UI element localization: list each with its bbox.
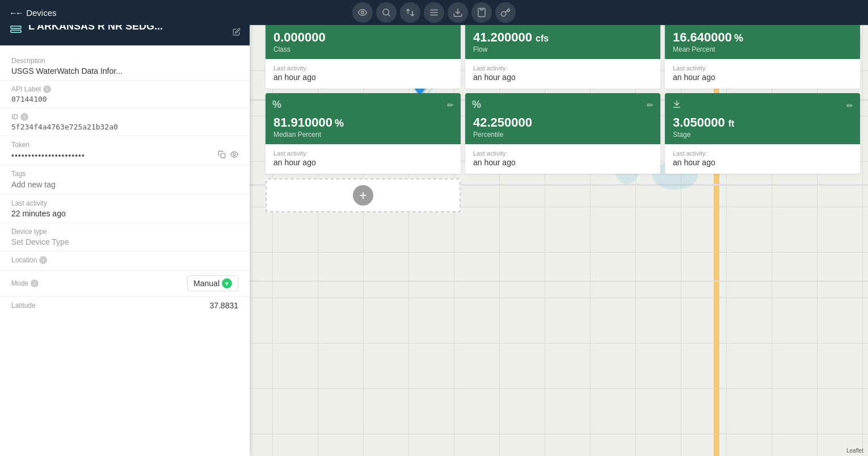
svg-point-1: [383, 9, 389, 15]
topbar: ← ← Devices: [0, 0, 868, 25]
svg-rect-17: [221, 153, 225, 158]
panel-edit-icon[interactable]: [233, 28, 241, 37]
latitude-row: Latitude 37.8831: [11, 301, 238, 310]
last-activity-label: Last activity: [11, 199, 238, 207]
token-row: ••••••••••••••••••••••: [11, 150, 238, 160]
card-mean-value: 16.640000%: [673, 31, 852, 44]
card-flow-value: 41.200000cfs: [473, 31, 652, 44]
location-label: Location i: [11, 256, 238, 264]
card-header-icons-5: % ✏: [472, 99, 654, 111]
visibility-icon[interactable]: [352, 2, 373, 23]
last-activity-field: Last activity 22 minutes ago: [0, 195, 250, 223]
card-class-activity-label: Last activity:: [273, 65, 453, 72]
mode-select[interactable]: Manual ▾: [187, 275, 238, 291]
side-panel: L ARKANSAS R NR SEDG... Description USGS…: [0, 0, 250, 456]
card-stage-footer: Last activity: an hour ago: [665, 144, 860, 174]
card-percentile-value: 42.250000: [473, 116, 652, 129]
cards-area: ✏ 0.000000 Class Last activity: an hour …: [266, 8, 860, 212]
card-flow-activity-label: Last activity:: [473, 65, 652, 72]
back-button[interactable]: ← ← Devices: [9, 8, 57, 18]
svg-point-0: [361, 11, 364, 14]
location-field: Location i: [0, 252, 250, 271]
card-class-name: Class: [273, 45, 453, 53]
add-card: +: [266, 178, 461, 212]
card-mean-footer: Last activity: an hour ago: [665, 59, 860, 89]
id-label: ID i: [11, 113, 238, 121]
percent-icon-4: %: [272, 99, 281, 111]
card-edit-icon-4[interactable]: ✏: [447, 101, 454, 110]
card-stage: ✏ 3.050000ft Stage Last activity: an hou…: [665, 93, 860, 174]
svg-rect-15: [11, 26, 21, 28]
last-activity-value: 22 minutes ago: [11, 209, 238, 218]
card-header-icons-6: ✏: [672, 99, 853, 112]
card-mean-name: Mean Percent: [673, 45, 852, 53]
card-percentile-name: Percentile: [473, 131, 652, 139]
api-label-value: 07144100: [11, 95, 238, 103]
svg-rect-16: [11, 30, 21, 32]
mode-value: Manual: [193, 279, 220, 288]
svg-line-2: [388, 14, 390, 16]
device-type-value[interactable]: Set Device Type: [11, 237, 238, 246]
mode-row: Mode i Manual ▾: [11, 275, 238, 291]
list-icon[interactable]: [424, 2, 444, 23]
card-median-activity-label: Last activity:: [273, 150, 453, 157]
card-median-activity-value: an hour ago: [273, 158, 453, 167]
token-label: Token: [11, 141, 238, 149]
card-median-name: Median Percent: [273, 131, 453, 139]
card-percentile: % ✏ 42.250000 Percentile Last activity: …: [465, 93, 660, 174]
latitude-label: Latitude: [11, 302, 36, 309]
api-label-label: API Label i: [11, 85, 238, 93]
card-flow-activity-value: an hour ago: [473, 73, 652, 82]
add-card-button[interactable]: +: [353, 185, 373, 206]
svg-point-18: [233, 153, 235, 156]
card-edit-icon-5[interactable]: ✏: [647, 101, 654, 110]
card-edit-icon-6[interactable]: ✏: [846, 101, 853, 110]
panel-body: Description USGS WaterWatch Data Infor..…: [0, 45, 250, 321]
show-token-icon[interactable]: [230, 150, 238, 160]
latitude-field: Latitude 37.8831: [0, 296, 250, 315]
download-icon[interactable]: [448, 2, 468, 23]
page-title: ← Devices: [15, 8, 57, 18]
card-stage-name: Stage: [673, 131, 852, 139]
transfer-icon[interactable]: [400, 2, 420, 23]
token-field: Token ••••••••••••••••••••••: [0, 136, 250, 165]
wave-stage-icon: [672, 99, 682, 112]
location-info-icon: i: [39, 256, 47, 264]
card-median-header: % ✏ 81.910000% Median Percent: [266, 93, 461, 144]
search-icon[interactable]: [376, 2, 397, 23]
description-field: Description USGS WaterWatch Data Infor..…: [0, 52, 250, 81]
copy-token-icon[interactable]: [218, 150, 226, 160]
card-stage-activity-value: an hour ago: [673, 158, 852, 167]
card-class-value: 0.000000: [273, 31, 453, 44]
mode-info-icon: i: [31, 279, 39, 287]
percent-icon-5: %: [472, 99, 481, 111]
card-class-footer: Last activity: an hour ago: [266, 59, 461, 89]
card-mean-activity-label: Last activity:: [673, 65, 852, 72]
card-percentile-activity-value: an hour ago: [473, 158, 652, 167]
mode-field: Mode i Manual ▾: [0, 271, 250, 296]
card-percentile-activity-label: Last activity:: [473, 150, 652, 157]
card-flow-footer: Last activity: an hour ago: [465, 59, 660, 89]
key-icon[interactable]: [495, 2, 516, 23]
clipboard-icon[interactable]: [471, 2, 492, 23]
card-class-activity-value: an hour ago: [273, 73, 453, 82]
tags-input[interactable]: [11, 180, 238, 189]
card-median-percent: % ✏ 81.910000% Median Percent Last activ…: [266, 93, 461, 174]
description-value: USGS WaterWatch Data Infor...: [11, 66, 238, 76]
api-label-field: API Label i 07144100: [0, 81, 250, 108]
card-header-icons-4: % ✏: [272, 99, 454, 111]
card-stage-activity-label: Last activity:: [673, 150, 852, 157]
api-label-info-icon: i: [43, 85, 51, 93]
mode-chevron-icon: ▾: [222, 278, 232, 288]
card-flow-name: Flow: [473, 45, 652, 53]
topbar-icons: [352, 2, 516, 23]
mode-label: Mode i: [11, 279, 39, 287]
id-info-icon: i: [20, 113, 28, 121]
card-percentile-footer: Last activity: an hour ago: [465, 144, 660, 174]
device-type-field: Device type Set Device Type: [0, 223, 250, 252]
latitude-value: 37.8831: [209, 301, 238, 310]
id-value: 5f234f4a4763e725a21b32a0: [11, 123, 238, 131]
card-median-footer: Last activity: an hour ago: [266, 144, 461, 174]
card-stage-value: 3.050000ft: [673, 116, 852, 129]
svg-rect-7: [481, 9, 483, 10]
